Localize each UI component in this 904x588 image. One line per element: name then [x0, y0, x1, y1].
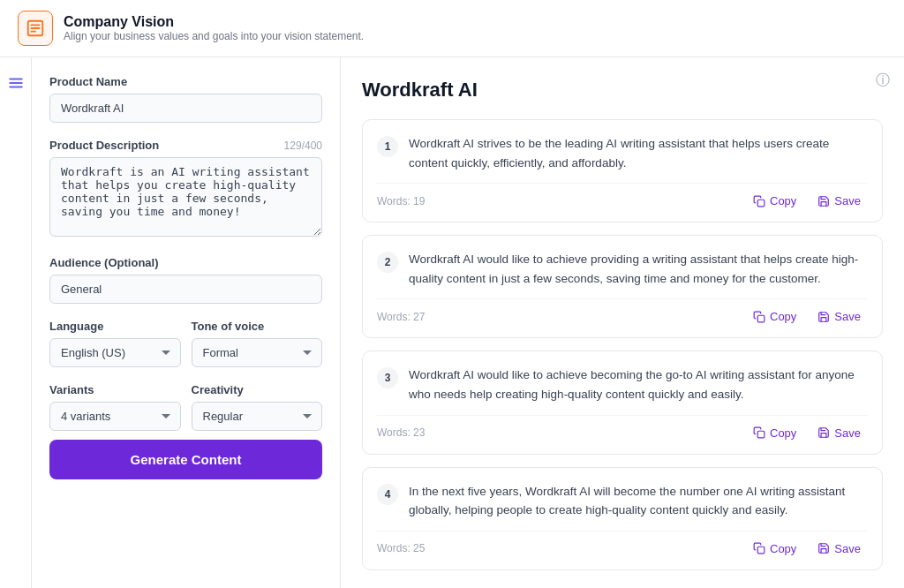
save-icon-1 — [817, 195, 830, 207]
results-title: Wordkraft AI — [362, 79, 883, 102]
result-text-1: Wordkraft AI strives to be the leading A… — [409, 134, 868, 172]
product-name-label: Product Name — [49, 75, 322, 88]
result-card-2: 2 Wordkraft AI would like to achieve pro… — [362, 235, 883, 338]
save-icon-4 — [817, 542, 830, 554]
svg-rect-9 — [757, 431, 765, 438]
result-footer-4: Words: 25 Copy Save — [377, 531, 868, 559]
word-count-1: Words: 19 — [377, 195, 425, 207]
result-footer-1: Words: 19 Copy Save — [377, 183, 868, 211]
svg-rect-8 — [757, 315, 765, 322]
word-count-2: Words: 27 — [377, 311, 425, 323]
result-number-2: 2 — [377, 252, 398, 273]
main-layout: Product Name Product Description 129/400… — [0, 57, 904, 588]
copy-icon-2 — [753, 311, 765, 323]
copy-icon-4 — [753, 542, 765, 554]
tone-label: Tone of voice — [192, 320, 323, 333]
tone-group: Tone of voice Formal Informal Friendly P… — [192, 320, 323, 367]
creativity-select[interactable]: Low Regular High — [192, 402, 323, 431]
header: Company Vision Align your business value… — [0, 0, 904, 57]
menu-icon — [8, 75, 24, 91]
result-number-4: 4 — [377, 484, 398, 505]
save-icon-2 — [817, 311, 830, 323]
result-card-inner-4: 4 In the next five years, Wordkraft AI w… — [377, 482, 868, 520]
info-icon[interactable]: ⓘ — [876, 72, 890, 90]
language-label: Language — [49, 320, 181, 333]
result-card-4: 4 In the next five years, Wordkraft AI w… — [362, 467, 883, 570]
result-actions-2: Copy Save — [746, 306, 868, 327]
product-description-label: Product Description 129/400 — [49, 139, 322, 152]
variants-group: Variants 1 variant 2 variants 3 variants… — [49, 383, 181, 431]
char-count: 129/400 — [284, 139, 322, 152]
variants-select[interactable]: 1 variant 2 variants 3 variants 4 varian… — [49, 402, 181, 431]
result-card-3: 3 Wordkraft AI would like to achieve bec… — [362, 351, 883, 454]
variants-creativity-row: Variants 1 variant 2 variants 3 variants… — [49, 383, 322, 431]
copy-icon-1 — [753, 195, 765, 207]
save-button-4[interactable]: Save — [810, 539, 868, 559]
tone-select[interactable]: Formal Informal Friendly Professional — [192, 338, 323, 367]
creativity-group: Creativity Low Regular High — [192, 383, 323, 431]
product-description-textarea[interactable]: Wordkraft is an AI writing assistant tha… — [49, 157, 322, 237]
audience-label: Audience (Optional) — [49, 256, 322, 269]
app-subtitle: Align your business values and goals int… — [64, 30, 364, 42]
result-actions-1: Copy Save — [746, 191, 868, 211]
word-count-4: Words: 25 — [377, 542, 425, 554]
copy-button-2[interactable]: Copy — [746, 306, 803, 327]
product-description-group: Product Description 129/400 Wordkraft is… — [49, 139, 322, 240]
product-name-input[interactable] — [49, 94, 322, 123]
save-icon-3 — [817, 426, 830, 439]
copy-button-3[interactable]: Copy — [746, 423, 803, 443]
left-panel: Product Name Product Description 129/400… — [32, 57, 341, 588]
result-text-4: In the next five years, Wordkraft AI wil… — [409, 482, 868, 520]
app-icon — [18, 11, 53, 46]
copy-icon-3 — [753, 426, 765, 439]
result-number-3: 3 — [377, 367, 398, 388]
language-group: Language English (US) English (UK) Spani… — [49, 320, 181, 367]
result-number-1: 1 — [377, 136, 398, 157]
creativity-label: Creativity — [192, 383, 323, 396]
language-select[interactable]: English (US) English (UK) Spanish French — [49, 338, 181, 367]
word-count-3: Words: 23 — [377, 426, 425, 439]
result-card-inner-1: 1 Wordkraft AI strives to be the leading… — [377, 134, 868, 172]
svg-rect-10 — [757, 547, 765, 554]
audience-group: Audience (Optional) — [49, 256, 322, 304]
right-panel: ⓘ Wordkraft AI 1 Wordkraft AI strives to… — [341, 57, 904, 588]
copy-button-4[interactable]: Copy — [746, 539, 803, 559]
variants-label: Variants — [49, 383, 181, 396]
result-text-2: Wordkraft AI would like to achieve provi… — [409, 250, 868, 288]
svg-rect-7 — [757, 200, 765, 207]
result-actions-3: Copy Save — [746, 423, 868, 443]
product-name-group: Product Name — [49, 75, 322, 123]
result-actions-4: Copy Save — [746, 539, 868, 559]
generate-button[interactable]: Generate Content — [49, 440, 322, 479]
result-card-1: 1 Wordkraft AI strives to be the leading… — [362, 119, 883, 222]
result-card-inner-2: 2 Wordkraft AI would like to achieve pro… — [377, 250, 868, 288]
result-card-inner-3: 3 Wordkraft AI would like to achieve bec… — [377, 366, 868, 403]
result-footer-2: Words: 27 Copy Save — [377, 298, 868, 327]
audience-input[interactable] — [49, 275, 322, 304]
save-button-2[interactable]: Save — [810, 306, 868, 327]
result-footer-3: Words: 23 Copy Save — [377, 415, 868, 443]
app-title: Company Vision — [64, 14, 364, 30]
language-tone-row: Language English (US) English (UK) Spani… — [49, 320, 322, 367]
header-text: Company Vision Align your business value… — [64, 14, 364, 42]
sidebar-toggle[interactable] — [0, 57, 32, 588]
save-button-1[interactable]: Save — [810, 191, 868, 211]
copy-button-1[interactable]: Copy — [746, 191, 803, 211]
result-text-3: Wordkraft AI would like to achieve becom… — [409, 366, 868, 403]
save-button-3[interactable]: Save — [810, 423, 868, 443]
